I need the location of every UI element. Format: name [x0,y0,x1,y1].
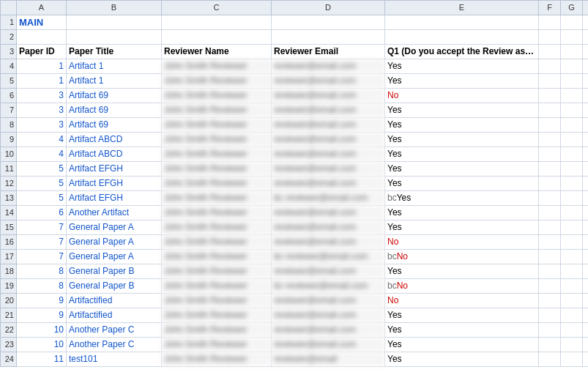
paper-id-cell[interactable]: 9 [17,294,67,308]
reviewer-email-cell[interactable]: reviewer@email.com [272,294,385,308]
paper-id-cell[interactable]: 4 [17,133,67,147]
q1-response-cell[interactable]: Yes [385,177,539,191]
col-header-F[interactable]: F [539,1,561,15]
reviewer-name-cell[interactable]: John Smith Reviewer [162,338,272,352]
q1-response-cell[interactable]: bcNo [385,279,539,294]
q1-response-cell[interactable]: Yes [385,352,539,367]
q1-response-cell[interactable]: No [385,294,539,308]
reviewer-email-cell[interactable]: reviewer@email.com [272,264,385,279]
paper-id-cell[interactable]: 3 [17,89,67,103]
paper-id-cell[interactable]: 1 [17,59,67,74]
paper-title-cell[interactable]: Artifact 69 [67,118,162,133]
reviewer-email-cell[interactable]: reviewer@email.com [272,74,385,89]
q1-response-cell[interactable]: Yes [385,118,539,133]
q1-response-cell[interactable]: Yes [385,220,539,235]
reviewer-name-cell[interactable]: John Smith Reviewer [162,74,272,89]
reviewer-email-cell[interactable]: reviewer@email.com [272,133,385,147]
q1-response-cell[interactable]: Yes [385,308,539,323]
paper-id-cell[interactable]: 5 [17,162,67,177]
reviewer-email-cell[interactable]: reviewer@email.com [272,89,385,103]
paper-title-cell[interactable]: Artifact 1 [67,74,162,89]
paper-title-cell[interactable]: General Paper A [67,220,162,235]
q1-response-cell[interactable]: Yes [385,147,539,162]
q1-response-cell[interactable]: Yes [385,133,539,147]
paper-id-cell[interactable]: 3 [17,118,67,133]
reviewer-name-cell[interactable]: John Smith Reviewer [162,206,272,220]
col-header-B[interactable]: B [67,1,162,15]
q1-response-cell[interactable]: Yes [385,323,539,338]
q1-response-cell[interactable]: Yes [385,206,539,220]
paper-id-cell[interactable]: 6 [17,206,67,220]
reviewer-email-cell[interactable]: bc reviewer@email.com [272,250,385,264]
reviewer-email-cell[interactable]: reviewer@email.com [272,220,385,235]
q1-response-cell[interactable]: bcYes [385,191,539,206]
reviewer-name-cell[interactable]: John Smith Reviewer [162,235,272,250]
reviewer-name-cell[interactable]: John Smith Reviewer [162,147,272,162]
paper-title-cell[interactable]: General Paper A [67,235,162,250]
reviewer-email-cell[interactable]: reviewer@email.com [272,206,385,220]
q1-response-cell[interactable]: bcNo [385,250,539,264]
reviewer-name-cell[interactable]: John Smith Reviewer [162,177,272,191]
reviewer-name-cell[interactable]: John Smith Reviewer [162,118,272,133]
paper-id-cell[interactable]: 9 [17,308,67,323]
q1-response-cell[interactable]: No [385,235,539,250]
reviewer-email-cell[interactable]: bc reviewer@email.com [272,279,385,294]
paper-id-cell[interactable]: 7 [17,235,67,250]
paper-title-cell[interactable]: Another Paper C [67,338,162,352]
paper-id-cell[interactable]: 7 [17,250,67,264]
reviewer-email-cell[interactable]: reviewer@email.com [272,338,385,352]
q1-response-cell[interactable]: Yes [385,338,539,352]
paper-title-cell[interactable]: Artifact 69 [67,89,162,103]
paper-id-cell[interactable]: 8 [17,279,67,294]
paper-id-cell[interactable]: 1 [17,74,67,89]
reviewer-email-cell[interactable]: reviewer@email.com [272,235,385,250]
reviewer-email-cell[interactable]: reviewer@email.com [272,118,385,133]
paper-title-cell[interactable]: Another Artifact [67,206,162,220]
reviewer-name-cell[interactable]: John Smith Reviewer [162,103,272,118]
paper-id-cell[interactable]: 7 [17,220,67,235]
q1-response-cell[interactable]: Yes [385,59,539,74]
reviewer-name-cell[interactable]: John Smith Reviewer [162,264,272,279]
reviewer-email-cell[interactable]: reviewer@email.com [272,59,385,74]
paper-id-cell[interactable]: 4 [17,147,67,162]
reviewer-email-cell[interactable]: reviewer@email [272,352,385,367]
reviewer-name-cell[interactable]: John Smith Reviewer [162,250,272,264]
col-header-D[interactable]: D [272,1,385,15]
paper-title-cell[interactable]: Artifactified [67,294,162,308]
q1-response-cell[interactable]: Yes [385,103,539,118]
reviewer-name-cell[interactable]: John Smith Reviewer [162,89,272,103]
reviewer-name-cell[interactable]: John Smith Reviewer [162,220,272,235]
paper-title-cell[interactable]: Artifact ABCD [67,147,162,162]
paper-title-cell[interactable]: test101 [67,352,162,367]
q1-response-cell[interactable]: Yes [385,74,539,89]
col-header-H[interactable]: H [583,1,589,15]
paper-id-cell[interactable]: 10 [17,323,67,338]
paper-title-cell[interactable]: Artifact 1 [67,59,162,74]
reviewer-name-cell[interactable]: John Smith Reviewer [162,162,272,177]
paper-title-cell[interactable]: Artifact EFGH [67,191,162,206]
reviewer-email-cell[interactable]: reviewer@email.com [272,147,385,162]
q1-response-cell[interactable]: Yes [385,264,539,279]
paper-id-cell[interactable]: 5 [17,191,67,206]
reviewer-name-cell[interactable]: John Smith Reviewer [162,352,272,367]
paper-title-cell[interactable]: Artifact 69 [67,103,162,118]
col-header-C[interactable]: C [162,1,272,15]
paper-title-cell[interactable]: General Paper B [67,279,162,294]
paper-id-cell[interactable]: 10 [17,338,67,352]
reviewer-email-cell[interactable]: reviewer@email.com [272,103,385,118]
reviewer-email-cell[interactable]: reviewer@email.com [272,177,385,191]
paper-id-cell[interactable]: 11 [17,352,67,367]
reviewer-name-cell[interactable]: John Smith Reviewer [162,279,272,294]
paper-id-cell[interactable]: 5 [17,177,67,191]
paper-id-cell[interactable]: 8 [17,264,67,279]
col-header-E[interactable]: E [385,1,539,15]
paper-id-cell[interactable]: 3 [17,103,67,118]
reviewer-name-cell[interactable]: John Smith Reviewer [162,323,272,338]
main-label[interactable]: MAIN [17,15,67,30]
paper-title-cell[interactable]: Artifact EFGH [67,177,162,191]
reviewer-email-cell[interactable]: bc reviewer@email.com [272,191,385,206]
paper-title-cell[interactable]: Artifact ABCD [67,133,162,147]
reviewer-email-cell[interactable]: reviewer@email.com [272,162,385,177]
reviewer-name-cell[interactable]: John Smith Reviewer [162,133,272,147]
q1-response-cell[interactable]: No [385,89,539,103]
